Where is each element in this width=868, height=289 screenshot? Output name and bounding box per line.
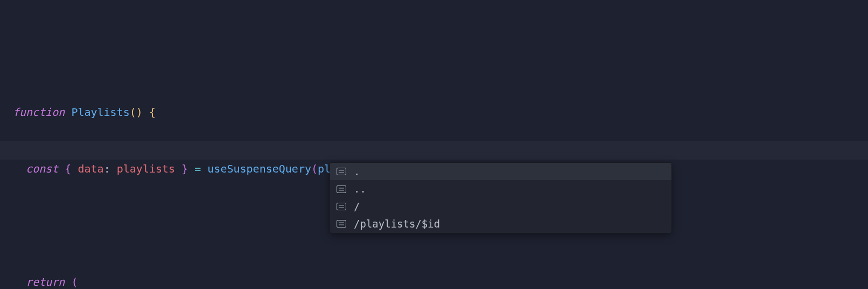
- autocomplete-item[interactable]: /playlists/$id: [330, 215, 671, 232]
- autocomplete-label: /playlists/$id: [354, 216, 440, 232]
- constant-icon: [335, 167, 347, 176]
- svg-rect-9: [337, 221, 346, 228]
- svg-rect-0: [337, 168, 346, 175]
- autocomplete-item[interactable]: /: [330, 198, 671, 215]
- autocomplete-item[interactable]: .: [330, 163, 671, 180]
- autocomplete-popup[interactable]: . .. / /playlists/$id: [330, 162, 672, 233]
- constant-icon: [335, 184, 347, 194]
- autocomplete-label: .: [354, 163, 360, 180]
- svg-rect-6: [337, 203, 346, 210]
- autocomplete-label: ..: [354, 181, 366, 197]
- code-line: return (: [13, 273, 868, 289]
- code-editor[interactable]: function Playlists() { const { data: pla…: [0, 0, 868, 289]
- autocomplete-item[interactable]: ..: [330, 180, 671, 197]
- constant-icon: [335, 219, 347, 229]
- code-line: function Playlists() {: [13, 103, 868, 122]
- constant-icon: [335, 202, 347, 211]
- svg-rect-3: [337, 185, 346, 192]
- autocomplete-label: /: [354, 198, 360, 215]
